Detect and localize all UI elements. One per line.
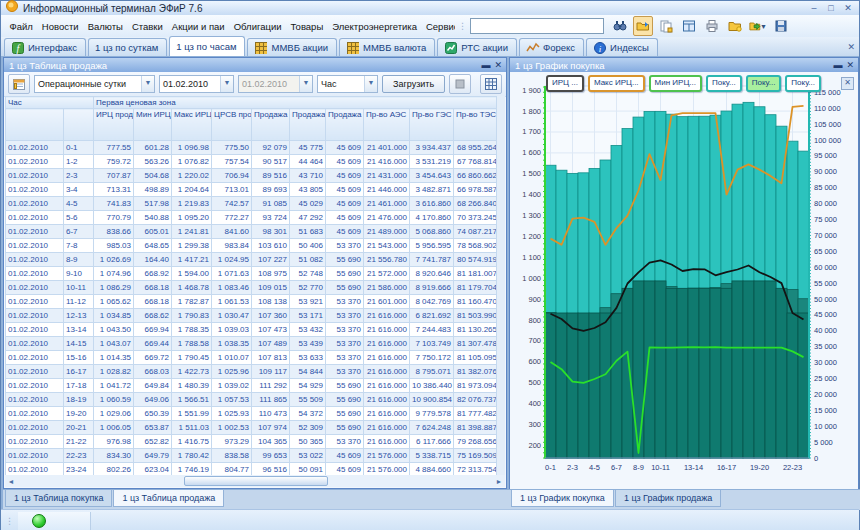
save-icon[interactable]	[771, 16, 791, 36]
table-row[interactable]: 01.02.20103-4713.31498.891 204.64713.018…	[6, 183, 500, 197]
value-cell: 1 026.69	[94, 253, 134, 267]
table-row[interactable]: 01.02.201020-211 006.05653.871 511.031 0…	[6, 421, 500, 435]
menu-item-0[interactable]: Файл	[5, 18, 37, 35]
value-cell: 669.72	[134, 351, 172, 365]
tab-3[interactable]: ММВБ акции	[247, 38, 337, 56]
value-cell: 649.84	[134, 379, 172, 393]
menu-item-8[interactable]: Сервис	[421, 18, 455, 35]
scroll-right-icon[interactable]: ►	[493, 478, 505, 485]
value-cell: 70 373.245	[454, 211, 500, 225]
table-layout-button[interactable]	[480, 74, 502, 94]
table-row[interactable]: 01.02.20101-2759.72563.261 076.82757.549…	[6, 155, 500, 169]
print-icon[interactable]	[702, 16, 722, 36]
legend-close-icon[interactable]: ✕	[841, 77, 854, 90]
panel-close-icon[interactable]: ✕	[846, 60, 854, 70]
copy-page-icon[interactable]	[656, 16, 676, 36]
scrollbar-thumb[interactable]	[184, 476, 329, 486]
date-from-select[interactable]: 01.02.2010▼	[159, 75, 234, 93]
column-header: Продажа РСВ	[290, 109, 326, 141]
tab-5[interactable]: РТС акции	[437, 38, 517, 56]
panel-minimize-icon[interactable]: ▬	[833, 60, 842, 70]
window-maximize-button[interactable]: □	[824, 3, 838, 14]
table-row[interactable]: 01.02.201021-22976.98652.821 416.75973.2…	[6, 435, 500, 449]
table-row[interactable]: 01.02.20107-8985.03648.651 299.38983.841…	[6, 239, 500, 253]
legend-button-4[interactable]: Поку...	[746, 75, 782, 92]
menu-item-4[interactable]: Акции и паи	[167, 18, 229, 35]
value-cell: 1 468.78	[172, 281, 212, 295]
tab-4[interactable]: ММВБ валюта	[339, 38, 435, 56]
tab-label: Индексы	[610, 42, 649, 53]
chart-tab-0[interactable]: 1 цз График покупка	[511, 490, 614, 507]
stop-icon[interactable]	[449, 74, 471, 94]
svg-text:1 100: 1 100	[522, 253, 541, 262]
hour-cell: 19-20	[64, 407, 94, 421]
chart-tab-1[interactable]: 1 цз График продажа	[615, 490, 721, 507]
table-row[interactable]: 01.02.201017-181 041.72649.841 480.391 0…	[6, 379, 500, 393]
search-binoculars-icon[interactable]	[610, 16, 630, 36]
table-group-header: Час	[6, 97, 94, 109]
value-cell: 75 169.509	[454, 449, 500, 463]
menu-item-5[interactable]: Облигации	[229, 18, 286, 35]
table-row[interactable]: 01.02.20108-91 026.69164.401 417.211 024…	[6, 253, 500, 267]
value-cell: 81 179.704	[454, 281, 500, 295]
value-cell: 45 609	[326, 197, 364, 211]
date-cell: 01.02.2010	[6, 253, 64, 267]
legend-button-0[interactable]: ИРЦ ...	[546, 75, 584, 92]
table-row[interactable]: 01.02.20106-7838.66605.011 241.81841.609…	[6, 225, 500, 239]
table-row[interactable]: 01.02.201012-131 034.85668.621 790.831 0…	[6, 309, 500, 323]
panel-close-icon[interactable]: ✕	[494, 60, 502, 70]
value-cell: 3 934.437	[410, 141, 454, 155]
window-minimize-button[interactable]: –	[807, 3, 821, 14]
value-cell: 82 076.737	[454, 393, 500, 407]
tab-2[interactable]: 1 цз по часам	[169, 36, 245, 56]
table-tab-0[interactable]: 1 цз Таблица покупка	[5, 490, 112, 507]
legend-button-3[interactable]: Поку...	[706, 75, 742, 92]
table-row[interactable]: 01.02.201014-151 043.07669.441 788.581 0…	[6, 337, 500, 351]
chart-canvas: 2003004005006007008009001 0001 1001 2001…	[510, 72, 858, 493]
scroll-left-icon[interactable]: ◄	[5, 478, 17, 485]
table-row[interactable]: 01.02.20100-1777.55601.281 096.98775.509…	[6, 141, 500, 155]
search-input[interactable]	[470, 18, 604, 34]
period-select[interactable]: Операционные сутки▼	[34, 75, 155, 93]
menu-item-6[interactable]: Товары	[286, 18, 328, 35]
panel-minimize-icon[interactable]: ▬	[481, 60, 490, 70]
table-row[interactable]: 01.02.201016-171 028.82668.031 422.731 0…	[6, 365, 500, 379]
open-folder-icon[interactable]	[633, 16, 653, 36]
tab-0[interactable]: fИнтерфакс	[4, 38, 86, 56]
table-tab-1[interactable]: 1 цз Таблица продажа	[113, 490, 224, 507]
menu-item-2[interactable]: Валюты	[83, 18, 127, 35]
export-folder-icon[interactable]: ▼	[748, 16, 768, 36]
table-row[interactable]: 01.02.201022-23834.30649.791 780.42838.5…	[6, 449, 500, 463]
menu-item-7[interactable]: Электроэнергетика	[328, 18, 422, 35]
window-layout-icon[interactable]	[679, 16, 699, 36]
table-row[interactable]: 01.02.20104-5741.83517.981 219.83742.579…	[6, 197, 500, 211]
table-row[interactable]: 01.02.20102-3707.87504.681 220.02706.948…	[6, 169, 500, 183]
load-button[interactable]: Загрузить	[382, 75, 445, 93]
table-row[interactable]: 01.02.201018-191 060.59649.061 566.511 0…	[6, 393, 500, 407]
table-row[interactable]: 01.02.201011-121 065.62668.181 782.871 0…	[6, 295, 500, 309]
svg-text:105 000: 105 000	[814, 120, 841, 129]
table-vertical-scrollbar[interactable]	[496, 96, 505, 479]
table-row[interactable]: 01.02.201019-201 029.06650.391 551.991 0…	[6, 407, 500, 421]
table-row[interactable]: 01.02.20109-101 074.96668.921 594.001 07…	[6, 267, 500, 281]
table-row[interactable]: 01.02.201013-141 043.50669.941 788.351 0…	[6, 323, 500, 337]
calendar-icon[interactable]	[8, 74, 30, 94]
interval-select[interactable]: Час▼	[317, 75, 378, 93]
table-row[interactable]: 01.02.201010-111 086.29668.181 468.781 0…	[6, 281, 500, 295]
tab-7[interactable]: iИндексы	[586, 38, 658, 56]
menu-item-1[interactable]: Новости	[37, 18, 83, 35]
tab-6[interactable]: Форекс	[519, 38, 584, 56]
table-row[interactable]: 01.02.201015-161 014.35669.721 790.451 0…	[6, 351, 500, 365]
new-folder-icon[interactable]	[725, 16, 745, 36]
legend-button-5[interactable]: Поку...	[785, 75, 821, 92]
tab-label: ММВБ акции	[271, 42, 328, 53]
tabstrip-close-icon[interactable]: ✕	[847, 42, 855, 52]
table-row[interactable]: 01.02.20105-6770.79540.881 095.20772.279…	[6, 211, 500, 225]
legend-button-1[interactable]: Макс ИРЦ...	[588, 75, 645, 92]
menu-item-3[interactable]: Ставки	[127, 18, 167, 35]
legend-button-2[interactable]: Мин ИРЦ...	[649, 75, 702, 92]
value-cell: 3 482.871	[410, 183, 454, 197]
table-horizontal-scrollbar[interactable]: ◄ ►	[5, 475, 505, 487]
tab-1[interactable]: 1 цз по суткам	[88, 38, 167, 56]
window-close-button[interactable]: ✕	[841, 3, 855, 14]
